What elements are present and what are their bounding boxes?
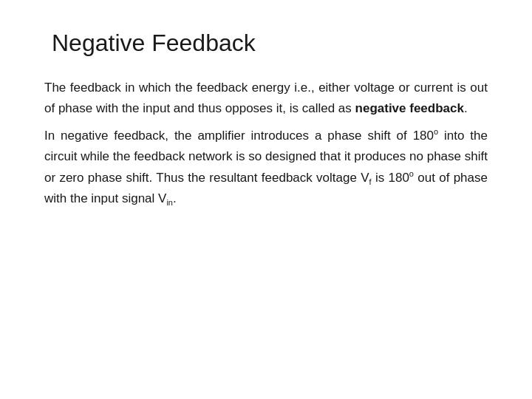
paragraph2-text-part3: is 180 (372, 171, 409, 185)
paragraph1-bold: negative feedback (355, 101, 464, 115)
paragraph2-text-part1: In negative feedback, the amplifier intr… (44, 129, 434, 143)
paragraph-1: The feedback in which the feedback energ… (44, 78, 488, 119)
page-container: Negative Feedback The feedback in which … (0, 0, 532, 399)
page-title: Negative Feedback (52, 30, 488, 57)
content-area: The feedback in which the feedback energ… (44, 78, 488, 210)
paragraph1-end: . (464, 101, 468, 115)
paragraph-2: In negative feedback, the amplifier intr… (44, 125, 488, 209)
paragraph2-end: . (173, 191, 177, 205)
paragraph2-sub2: in (166, 198, 173, 207)
